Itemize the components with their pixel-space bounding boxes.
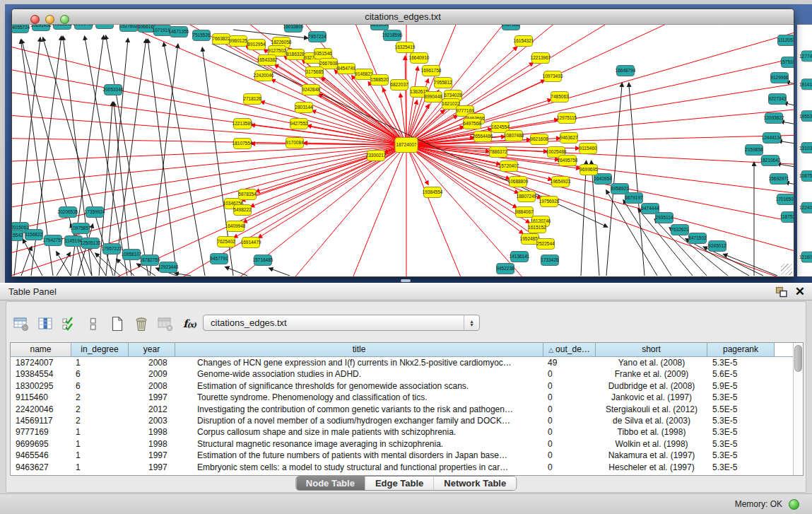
table-cell[interactable]: 0 — [543, 392, 596, 403]
column-header-out-de-[interactable]: △out_de… — [543, 343, 596, 357]
network-node[interactable]: 8958923 — [611, 184, 629, 194]
network-node[interactable]: 18724007 — [395, 138, 418, 153]
network-node[interactable]: 1156822 — [25, 230, 43, 240]
table-cell[interactable]: Tourette syndrome. Phenomenology and cla… — [175, 392, 543, 403]
network-node[interactable]: 12923448 — [158, 262, 179, 273]
table-cell[interactable]: Disruption of a novel member of a sodium… — [175, 415, 543, 426]
network-node[interactable]: 10958107 — [122, 250, 142, 260]
network-node[interactable]: 16543382 — [257, 55, 278, 66]
table-cell[interactable]: 1 — [71, 462, 129, 473]
network-node[interactable]: 15716485 — [253, 255, 273, 266]
network-node[interactable]: 8912954 — [247, 40, 266, 50]
resize-grip-icon[interactable] — [781, 264, 792, 275]
table-cell[interactable]: Changes of HCN gene expression and I(f) … — [175, 357, 543, 368]
network-node[interactable]: 7886372 — [489, 147, 507, 158]
network-node[interactable]: 7625402 — [217, 237, 235, 247]
network-node[interactable]: 9227343 — [768, 94, 787, 105]
table-row[interactable]: 1938455462009Genome-wide association stu… — [11, 368, 793, 380]
table-cell[interactable]: 9465546 — [11, 450, 71, 461]
network-node[interactable]: 10973493 — [543, 71, 563, 82]
table-cell[interactable]: 1997 — [129, 392, 175, 403]
table-cell[interactable]: 0 — [543, 426, 596, 438]
network-node[interactable]: 12444134 — [762, 133, 782, 144]
network-node[interactable]: 12213967 — [531, 53, 551, 64]
network-node[interactable]: 19133802 — [52, 25, 73, 30]
column-header-in-degree[interactable]: in_degree — [71, 343, 129, 357]
function-builder-button[interactable]: f(x) — [179, 314, 200, 334]
network-node[interactable]: 18107554 — [233, 139, 253, 149]
table-row[interactable]: 911546021997Tourette syndrome. Phenomeno… — [11, 392, 793, 403]
network-node[interactable]: 9351546 — [314, 49, 332, 59]
network-node[interactable]: 19654923 — [551, 177, 571, 187]
table-row[interactable]: 1872400712008Changes of HCN gene express… — [11, 357, 793, 368]
close-panel-icon[interactable]: ✕ — [795, 286, 805, 298]
network-node[interactable]: 2087682 — [502, 25, 520, 30]
network-node[interactable]: 5498222 — [233, 205, 252, 216]
table-cell[interactable]: Estimation of significance thresholds fo… — [175, 380, 543, 392]
network-node[interactable]: 7663822 — [212, 34, 230, 45]
table-cell[interactable]: 5.3E-5 — [707, 415, 775, 426]
network-node[interactable]: 1733426 — [541, 255, 559, 266]
select-all-rows-button[interactable] — [59, 314, 80, 334]
new-table-button[interactable] — [107, 314, 128, 334]
table-cell[interactable]: 5.3E-5 — [707, 450, 775, 461]
network-node[interactable]: 17957223 — [102, 244, 122, 255]
network-node[interactable]: 18210643 — [760, 156, 781, 166]
table-cell[interactable]: 1 — [71, 357, 129, 368]
table-cell[interactable]: 2012 — [129, 404, 175, 415]
table-row[interactable]: 977716911998Corpus callosum shape and si… — [11, 426, 793, 438]
network-node[interactable]: 20091403 — [73, 25, 94, 30]
table-cell[interactable]: 14569117 — [11, 415, 71, 426]
table-cell[interactable]: 0 — [543, 462, 596, 473]
network-node[interactable]: 15751074 — [780, 57, 794, 68]
network-node[interactable]: 2803144 — [295, 103, 313, 113]
table-row[interactable]: 1456911722003Disruption of a novel membe… — [11, 415, 793, 426]
table-cell[interactable]: 0 — [543, 368, 596, 380]
table-cell[interactable]: 6 — [71, 380, 129, 392]
table-cell[interactable]: 1998 — [129, 426, 175, 438]
column-header-short[interactable]: short — [596, 343, 707, 357]
network-node[interactable]: 16325419 — [395, 42, 416, 53]
network-node[interactable]: 16640910 — [409, 53, 430, 64]
table-cell[interactable]: 9777169 — [11, 426, 71, 438]
table-cell[interactable]: Hescheler et al. (1997) — [596, 462, 707, 473]
network-node[interactable]: 9463627 — [560, 133, 578, 144]
table-cell[interactable]: 1997 — [129, 462, 175, 473]
network-node[interactable]: 9427552 — [290, 119, 308, 129]
network-node[interactable]: 2522544 — [536, 239, 555, 250]
network-node[interactable]: 17359924 — [85, 207, 105, 218]
network-window-titlebar[interactable]: citations_edges.txt — [12, 9, 794, 25]
delete-rows-button[interactable] — [131, 314, 152, 334]
network-node[interactable]: 3175685 — [305, 67, 324, 78]
network-node[interactable]: 17016504 — [776, 194, 794, 205]
network-node[interactable]: 7857224 — [308, 32, 326, 42]
table-cell[interactable]: Corpus callosum shape and size in male p… — [175, 426, 543, 438]
network-node[interactable]: 5878354 — [238, 189, 257, 200]
network-node[interactable]: 26495758 — [558, 156, 578, 166]
tab-network-table[interactable]: Network Table — [434, 477, 516, 490]
network-node[interactable]: 1588520 — [370, 75, 389, 86]
network-node[interactable]: 2718126 — [243, 94, 261, 105]
table-cell[interactable]: 19384554 — [11, 368, 71, 380]
network-node[interactable]: 16648794 — [616, 66, 636, 76]
column-header-year[interactable]: year — [129, 343, 175, 357]
network-node[interactable]: 9699695 — [579, 165, 598, 175]
table-cell[interactable]: 2009 — [129, 368, 175, 380]
network-node[interactable]: 1527602 — [119, 25, 138, 32]
network-node[interactable]: 12213589 — [233, 119, 253, 129]
network-node[interactable]: 10653247 — [95, 25, 115, 29]
table-cell[interactable]: 6 — [71, 368, 129, 380]
network-node[interactable]: 8471502 — [688, 233, 707, 244]
network-node[interactable]: 22420046 — [254, 71, 274, 81]
table-cell[interactable]: 5.3E-5 — [707, 462, 775, 473]
network-node[interactable]: 16961758 — [421, 66, 442, 76]
network-node[interactable]: 1112053 — [778, 35, 794, 46]
network-node[interactable]: 9245012 — [708, 241, 726, 252]
column-header-name[interactable]: name — [11, 343, 71, 357]
network-node[interactable]: 16154321 — [514, 36, 534, 47]
table-cell[interactable]: Embryonic stem cells: a model to study s… — [175, 462, 543, 473]
table-cell[interactable]: Yano et al. (2008) — [596, 357, 707, 368]
network-node[interactable]: 11875309 — [780, 212, 794, 223]
table-cell[interactable]: 5.3E-5 — [707, 392, 775, 403]
network-node[interactable]: 9115460 — [579, 144, 597, 154]
